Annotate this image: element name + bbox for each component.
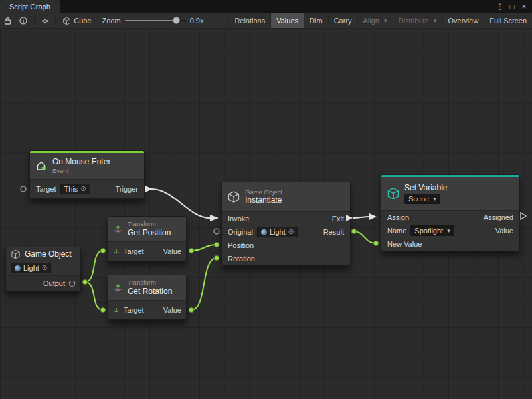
value-port-label: Value bbox=[163, 247, 181, 255]
assigned-port-arrow[interactable] bbox=[521, 213, 526, 219]
edit-graph-button[interactable]: <> bbox=[37, 13, 52, 28]
full-screen-button[interactable]: Full Screen bbox=[484, 13, 532, 28]
overview-button[interactable]: Overview bbox=[442, 13, 484, 28]
tab-title: Script Graph bbox=[9, 3, 50, 11]
overview-label: Overview bbox=[448, 17, 479, 25]
zoom-slider-handle[interactable] bbox=[173, 17, 180, 24]
variable-scope-value: Scene bbox=[408, 195, 429, 203]
code-icon: <> bbox=[41, 17, 48, 25]
cube-icon bbox=[11, 249, 21, 259]
relations-label: Relations bbox=[234, 17, 265, 25]
values-toggle[interactable]: Values bbox=[270, 13, 304, 28]
object-picker-icon[interactable]: ⊙ bbox=[80, 186, 86, 192]
transform-icon bbox=[113, 283, 123, 293]
distribute-dropdown[interactable]: Distribute▾ bbox=[393, 13, 442, 28]
assign-port-label: Assign bbox=[387, 213, 409, 221]
toolbar-divider bbox=[55, 16, 56, 25]
wire-exit-to-assign[interactable] bbox=[353, 217, 369, 218]
dim-toggle[interactable]: Dim bbox=[304, 13, 328, 28]
relations-toggle[interactable]: Relations bbox=[228, 13, 270, 28]
name-port-label: Name bbox=[387, 227, 406, 235]
getrotation-value-port[interactable] bbox=[189, 307, 193, 312]
node-title: Get Position bbox=[128, 228, 171, 238]
variable-scope-dropdown[interactable]: Scene ▾ bbox=[404, 194, 440, 204]
variable-name-dropdown[interactable]: Spotlight ▾ bbox=[410, 225, 454, 236]
wire-output-to-getrotation-target[interactable] bbox=[85, 282, 103, 310]
assigned-port-label: Assigned bbox=[484, 213, 513, 221]
instantiate-result-port[interactable] bbox=[351, 229, 356, 233]
output-port[interactable] bbox=[82, 279, 87, 284]
inspect-button[interactable] bbox=[15, 13, 31, 28]
target-port-label: Target bbox=[36, 185, 56, 193]
target-port-label: Target bbox=[124, 306, 144, 314]
instantiate-original-port[interactable] bbox=[214, 229, 219, 234]
getposition-target-port[interactable] bbox=[100, 248, 105, 253]
node-category: Transform bbox=[128, 279, 172, 287]
original-object-field[interactable]: Light ⊙ bbox=[257, 227, 298, 237]
position-port-label: Position bbox=[228, 241, 254, 249]
instantiate-position-port[interactable] bbox=[214, 242, 219, 247]
game-object-field[interactable]: Light ⊙ bbox=[11, 263, 51, 273]
value-port-label: Value bbox=[163, 306, 181, 314]
lock-icon bbox=[4, 17, 11, 25]
original-object-value: Light bbox=[270, 228, 286, 236]
dim-label: Dim bbox=[310, 17, 323, 25]
invoke-port-arrow[interactable] bbox=[210, 215, 219, 221]
node-category: Game Object bbox=[245, 188, 282, 196]
getrotation-target-port[interactable] bbox=[100, 307, 105, 312]
object-picker-icon[interactable]: ⊙ bbox=[288, 229, 294, 235]
node-set-variable[interactable]: Set Variable Scene ▾ Assign Assigned Nam… bbox=[381, 174, 520, 251]
info-icon bbox=[19, 17, 27, 25]
graph-canvas[interactable]: On Mouse Enter Event Target This ⊙ Trigg… bbox=[0, 28, 532, 399]
carry-label: Carry bbox=[334, 17, 352, 25]
getposition-value-port[interactable] bbox=[189, 248, 193, 253]
new-value-port-label: New Value bbox=[387, 240, 422, 248]
zoom-control: Zoom 0.9x bbox=[102, 17, 204, 25]
align-dropdown[interactable]: Align▾ bbox=[357, 13, 393, 28]
graph-owner-label: Cube bbox=[74, 17, 91, 25]
light-object-icon bbox=[15, 265, 21, 271]
variable-icon bbox=[387, 187, 400, 200]
toolbar-right-group: Relations Values Dim Carry Align▾ Distri… bbox=[228, 13, 532, 28]
setvariable-newvalue-port[interactable] bbox=[373, 241, 378, 245]
assign-port-arrow[interactable] bbox=[369, 213, 377, 220]
graph-owner-button[interactable]: Cube bbox=[58, 13, 95, 28]
wire-trigger-to-invoke[interactable] bbox=[151, 189, 210, 218]
mouse-event-icon bbox=[35, 160, 48, 172]
chevron-down-icon: ▾ bbox=[433, 196, 436, 202]
onmouseenter-target-port[interactable] bbox=[21, 186, 26, 192]
trigger-port-label: Trigger bbox=[116, 185, 138, 193]
target-object-value: This bbox=[64, 185, 78, 193]
output-port-label: Output bbox=[43, 279, 65, 287]
variable-name-value: Spotlight bbox=[414, 227, 443, 235]
zoom-slider[interactable] bbox=[125, 17, 186, 24]
trigger-port-arrow[interactable] bbox=[145, 186, 152, 192]
more-menu-icon[interactable]: ⋮ bbox=[495, 0, 505, 13]
wire-result-to-newvalue[interactable] bbox=[354, 231, 376, 243]
full-screen-label: Full Screen bbox=[489, 17, 527, 25]
lock-button[interactable] bbox=[0, 13, 15, 28]
node-instantiate[interactable]: Game Object Instantiate Invoke Exit Orig… bbox=[221, 182, 351, 266]
node-title: Get Rotation bbox=[128, 287, 172, 297]
values-label: Values bbox=[276, 17, 298, 25]
zoom-label: Zoom bbox=[102, 17, 121, 25]
close-icon[interactable]: × bbox=[519, 0, 529, 13]
carry-toggle[interactable]: Carry bbox=[328, 13, 357, 28]
node-game-object-literal[interactable]: Game Object Light ⊙ Output bbox=[5, 247, 81, 291]
maximize-icon[interactable]: □ bbox=[507, 0, 517, 13]
wire-position-value[interactable] bbox=[191, 245, 217, 251]
toolbar-divider bbox=[34, 16, 35, 25]
target-object-field[interactable]: This ⊙ bbox=[60, 184, 90, 194]
node-get-position[interactable]: Transform Get Position Target Value bbox=[108, 216, 187, 261]
node-get-rotation[interactable]: Transform Get Rotation Target Value bbox=[108, 275, 187, 320]
target-port-label: Target bbox=[124, 247, 144, 255]
instantiate-rotation-port[interactable] bbox=[214, 255, 219, 260]
wire-output-to-getposition-target[interactable] bbox=[85, 251, 103, 282]
wire-rotation-value[interactable] bbox=[191, 258, 217, 310]
value-port-label: Value bbox=[495, 227, 513, 235]
node-title: Set Variable bbox=[404, 183, 447, 192]
node-on-mouse-enter[interactable]: On Mouse Enter Event Target This ⊙ Trigg… bbox=[29, 150, 145, 199]
object-picker-icon[interactable]: ⊙ bbox=[42, 265, 47, 271]
tab-script-graph[interactable]: Script Graph bbox=[0, 0, 60, 13]
zoom-slider-fill bbox=[125, 20, 177, 21]
